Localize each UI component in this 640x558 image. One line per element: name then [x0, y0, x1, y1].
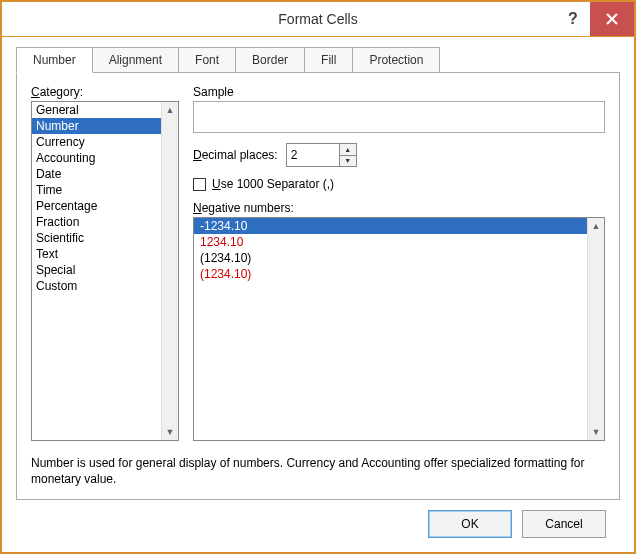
tab-protection[interactable]: Protection — [352, 47, 440, 73]
scroll-track[interactable] — [588, 234, 604, 424]
close-button[interactable] — [590, 2, 634, 36]
category-label: Category: — [31, 85, 179, 99]
category-item-special[interactable]: Special — [32, 262, 162, 278]
category-item-number[interactable]: Number — [32, 118, 162, 134]
category-item-fraction[interactable]: Fraction — [32, 214, 162, 230]
category-listbox-inner: General Number Currency Accounting Date … — [32, 102, 162, 440]
settings-column: Sample Decimal places: ▲ ▼ — [193, 85, 605, 441]
category-item-scientific[interactable]: Scientific — [32, 230, 162, 246]
negative-numbers-label: Negative numbers: — [193, 201, 605, 215]
thousands-separator-label[interactable]: Use 1000 Separator (,) — [212, 177, 334, 191]
decimal-row: Decimal places: ▲ ▼ — [193, 143, 605, 167]
tab-alignment[interactable]: Alignment — [92, 47, 179, 73]
tab-number[interactable]: Number — [16, 47, 93, 73]
category-column: Category: General Number Currency Accoun… — [31, 85, 179, 441]
negative-item-2[interactable]: (1234.10) — [194, 250, 588, 266]
negative-item-1[interactable]: 1234.10 — [194, 234, 588, 250]
category-listbox[interactable]: General Number Currency Accounting Date … — [31, 101, 179, 441]
tab-fill[interactable]: Fill — [304, 47, 353, 73]
decimal-places-input[interactable] — [287, 144, 339, 166]
scroll-up-icon[interactable]: ▲ — [162, 102, 178, 118]
category-item-text[interactable]: Text — [32, 246, 162, 262]
window-title: Format Cells — [2, 11, 634, 27]
category-item-time[interactable]: Time — [32, 182, 162, 198]
decimal-places-spinner: ▲ ▼ — [286, 143, 357, 167]
tab-panel-number: Category: General Number Currency Accoun… — [16, 72, 620, 500]
scroll-down-icon[interactable]: ▼ — [588, 424, 604, 440]
category-item-percentage[interactable]: Percentage — [32, 198, 162, 214]
panel-top: Category: General Number Currency Accoun… — [31, 85, 605, 441]
sample-label: Sample — [193, 85, 605, 99]
spinner-down-button[interactable]: ▼ — [340, 156, 356, 167]
scroll-up-icon[interactable]: ▲ — [588, 218, 604, 234]
format-cells-dialog: Format Cells ? Number Alignment Font Bor… — [0, 0, 636, 554]
tab-bar: Number Alignment Font Border Fill Protec… — [16, 47, 620, 73]
spinner-up-button[interactable]: ▲ — [340, 144, 356, 156]
sample-group: Sample — [193, 85, 605, 133]
category-item-accounting[interactable]: Accounting — [32, 150, 162, 166]
negative-item-0[interactable]: -1234.10 — [194, 218, 588, 234]
thousands-separator-checkbox[interactable] — [193, 178, 206, 191]
negative-numbers-listbox[interactable]: -1234.10 1234.10 (1234.10) (1234.10) ▲ ▼ — [193, 217, 605, 441]
decimal-places-label: Decimal places: — [193, 148, 278, 162]
negative-scrollbar[interactable]: ▲ ▼ — [587, 218, 604, 440]
category-description: Number is used for general display of nu… — [31, 455, 605, 487]
spinner-buttons: ▲ ▼ — [339, 144, 356, 166]
tab-border[interactable]: Border — [235, 47, 305, 73]
category-item-custom[interactable]: Custom — [32, 278, 162, 294]
window-controls: ? — [556, 2, 634, 36]
cancel-button[interactable]: Cancel — [522, 510, 606, 538]
dialog-body: Number Alignment Font Border Fill Protec… — [2, 37, 634, 552]
ok-button[interactable]: OK — [428, 510, 512, 538]
thousands-separator-row: Use 1000 Separator (,) — [193, 177, 605, 191]
category-item-general[interactable]: General — [32, 102, 162, 118]
category-scrollbar[interactable]: ▲ ▼ — [161, 102, 178, 440]
negative-listbox-inner: -1234.10 1234.10 (1234.10) (1234.10) — [194, 218, 588, 440]
negative-item-3[interactable]: (1234.10) — [194, 266, 588, 282]
titlebar: Format Cells ? — [2, 2, 634, 37]
tab-font[interactable]: Font — [178, 47, 236, 73]
category-item-currency[interactable]: Currency — [32, 134, 162, 150]
scroll-down-icon[interactable]: ▼ — [162, 424, 178, 440]
category-item-date[interactable]: Date — [32, 166, 162, 182]
scroll-track[interactable] — [162, 118, 178, 424]
dialog-buttons: OK Cancel — [16, 500, 620, 538]
close-icon — [606, 13, 618, 25]
sample-box — [193, 101, 605, 133]
help-button[interactable]: ? — [556, 2, 590, 36]
